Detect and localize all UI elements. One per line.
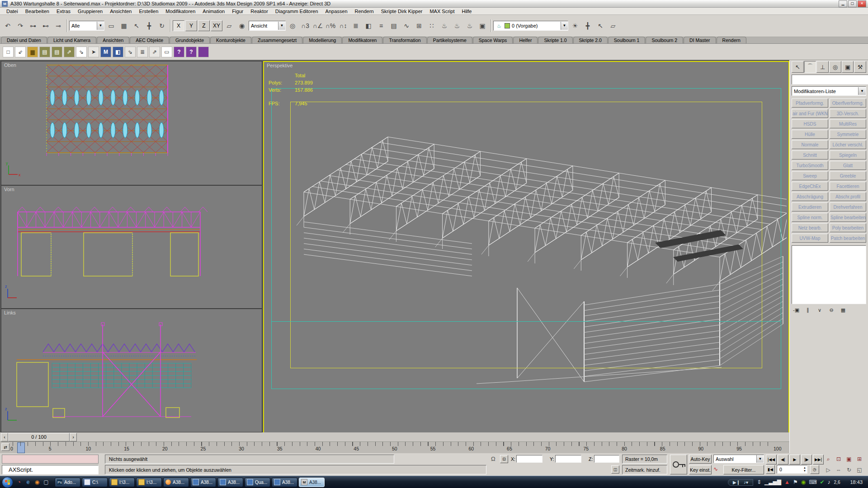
pan-icon[interactable]: ⇔ — [834, 465, 843, 474]
menu-item[interactable]: Rendern — [351, 8, 377, 14]
new-scene-icon[interactable]: □ — [3, 47, 14, 57]
layer-manager-icon[interactable]: ▤ — [388, 20, 400, 32]
viewer-icon[interactable]: ◧ — [113, 47, 123, 57]
curve-editor-icon[interactable]: ∿ — [401, 20, 412, 32]
tab-display[interactable]: ▣ — [842, 61, 854, 73]
tab-motion[interactable]: ◎ — [829, 61, 841, 73]
prev-frame-button[interactable]: ‹ — [1, 433, 8, 441]
modifier-button[interactable]: Spline norm. — [792, 213, 828, 222]
shelf-tab[interactable]: AEC Objekte — [130, 37, 169, 43]
modifier-button[interactable]: Schnitt — [792, 150, 828, 160]
object-name-field[interactable] — [792, 75, 868, 84]
tray-alert-icon[interactable]: ▲ — [784, 479, 790, 485]
play-button[interactable]: ▶ — [789, 455, 800, 465]
taskbar-task[interactable]: I:\3... — [109, 478, 135, 487]
track-bar[interactable]: ⇄ 05101520253035404550556065707580859095… — [0, 442, 789, 454]
modifier-button[interactable]: 3D-Versch. — [830, 109, 866, 118]
y-coordinate-field[interactable] — [555, 455, 581, 463]
key-mode-button[interactable]: ▮◀ — [766, 465, 775, 474]
shelf-tab[interactable]: Skripte 2.0 — [573, 37, 608, 43]
axis-x-button[interactable]: X — [173, 20, 184, 31]
x-coordinate-field[interactable] — [516, 455, 542, 463]
shelf-tab[interactable]: Ansichten — [97, 37, 129, 43]
menu-item[interactable]: Datei — [3, 8, 22, 14]
shelf-tab[interactable]: Konturobjekte — [210, 37, 251, 43]
use-center-icon[interactable]: ◎ — [287, 20, 298, 32]
maxscript-mini-listener[interactable] — [2, 455, 99, 464]
modifier-button[interactable]: Abschr.profil — [830, 192, 866, 201]
modifier-button[interactable]: Hülle — [792, 130, 828, 139]
menu-item[interactable]: MAX Script — [426, 8, 458, 14]
window-crossing-icon[interactable]: ▦ — [118, 20, 130, 32]
shelf-tab[interactable]: Skripte 1.0 — [538, 37, 572, 43]
taskbar-task[interactable]: M A38... — [299, 478, 325, 487]
material-editor-icon[interactable]: ∷ — [426, 20, 438, 32]
modifier-button[interactable]: Sweep — [792, 171, 828, 180]
tab-utilities[interactable]: ⚒ — [854, 61, 866, 73]
fov-icon[interactable]: ▷ — [824, 465, 833, 474]
select-object-icon[interactable]: ↖ — [131, 20, 142, 32]
shelf-tab[interactable]: Grundobjekte — [170, 37, 210, 43]
viewport-label[interactable]: Links — [4, 310, 16, 315]
menu-item[interactable]: Erstellen — [135, 8, 162, 14]
show-end-result-icon[interactable]: ∥ — [803, 306, 812, 314]
next-key-button[interactable]: |▶ — [801, 455, 812, 465]
shelf-tab[interactable]: Modifikatoren — [342, 37, 382, 43]
menu-item[interactable]: Diagramm Editoren — [272, 8, 322, 14]
axis-z-button[interactable]: Z — [198, 20, 210, 31]
bind-to-spacewarp-icon[interactable]: ⊸ — [52, 20, 64, 32]
taskbar-clock[interactable]: 18:43 — [850, 479, 863, 485]
percent-snap-icon[interactable]: ∩% — [325, 20, 336, 32]
taskbar-task[interactable]: A38... — [217, 478, 243, 487]
unlink-selection-icon[interactable]: ⊷ — [40, 20, 52, 32]
quicklaunch-ie-icon[interactable]: e — [24, 478, 32, 486]
go-end-button[interactable]: ▶▶| — [813, 455, 824, 465]
z-coordinate-field[interactable] — [594, 455, 619, 463]
go-start-button[interactable]: |◀◀ — [766, 455, 777, 465]
blank-icon[interactable]: ▭ — [161, 47, 172, 57]
zoom-extents-all-icon[interactable]: ⊞ — [855, 455, 864, 464]
modifier-button[interactable]: Löcher verschl. — [830, 140, 866, 149]
menu-item[interactable]: Modifikatoren — [162, 8, 199, 14]
angle-snap-icon[interactable]: ∩∠ — [312, 20, 324, 32]
shelf-tab[interactable]: DI Master — [684, 37, 716, 43]
viewport-label[interactable]: Vorn — [4, 187, 14, 192]
save-selected-icon[interactable]: ⇘ — [76, 47, 87, 57]
shelf-tab[interactable]: Rendern — [717, 37, 746, 43]
time-configuration-button[interactable]: ◷ — [810, 465, 819, 474]
save-file-icon[interactable]: ▤ — [39, 47, 50, 57]
current-frame-field[interactable]: 0 ▲▼ — [777, 465, 807, 474]
quicklaunch-clock-icon[interactable]: ◔ — [15, 478, 23, 486]
tab-hierarchy[interactable]: ⊥ — [816, 61, 829, 73]
close-button[interactable]: ✕ — [858, 0, 866, 7]
help-book-icon[interactable]: ? — [174, 47, 184, 57]
modifier-button[interactable]: Pfadverformg. — [792, 99, 828, 108]
select-scale-icon[interactable]: ▱ — [223, 20, 235, 32]
highlight-icon[interactable]: ☀ — [569, 20, 581, 32]
undo-icon[interactable]: ↶ — [2, 20, 14, 32]
tab-modify[interactable]: ⌒ — [804, 61, 816, 73]
taskbar-task[interactable]: A38... — [190, 478, 216, 487]
tray-input-icon[interactable]: ⌨ — [809, 479, 816, 485]
viewport-vorn[interactable]: Vorn z — [1, 185, 262, 309]
time-slider[interactable]: 0 / 100 — [8, 433, 70, 441]
import-icon[interactable]: ⇙ — [15, 47, 26, 57]
redo-icon[interactable]: ↷ — [14, 20, 26, 32]
tray-signal-icon[interactable]: ▁▃▅▇ — [764, 479, 781, 485]
max-logo-icon[interactable]: M — [100, 47, 111, 57]
axis-y-button[interactable]: Y — [185, 20, 197, 31]
modifier-button[interactable]: Extrudieren — [792, 202, 828, 211]
taskbar-task[interactable]: A38... — [272, 478, 297, 487]
schematic-view-icon[interactable]: ⊞ — [413, 20, 425, 32]
modifier-button[interactable]: Symmetrie — [830, 130, 866, 139]
quicklaunch-firefox-icon[interactable]: ◉ — [33, 478, 41, 486]
modifier-button[interactable]: Glatt — [830, 161, 866, 170]
edit-named-selections-icon[interactable]: ≣ — [350, 20, 362, 32]
minimize-button[interactable]: ▁ — [839, 0, 847, 7]
tab-create[interactable]: ↖ — [792, 61, 804, 73]
modifier-button[interactable]: HSDS — [792, 119, 828, 128]
tutorials-book-icon[interactable]: ? — [186, 47, 197, 57]
modifier-button[interactable]: Spline bearbeiten — [830, 213, 866, 222]
tray-volume-icon[interactable]: ♪ — [828, 479, 830, 485]
shelf-tab[interactable]: Modellierung — [303, 37, 342, 43]
